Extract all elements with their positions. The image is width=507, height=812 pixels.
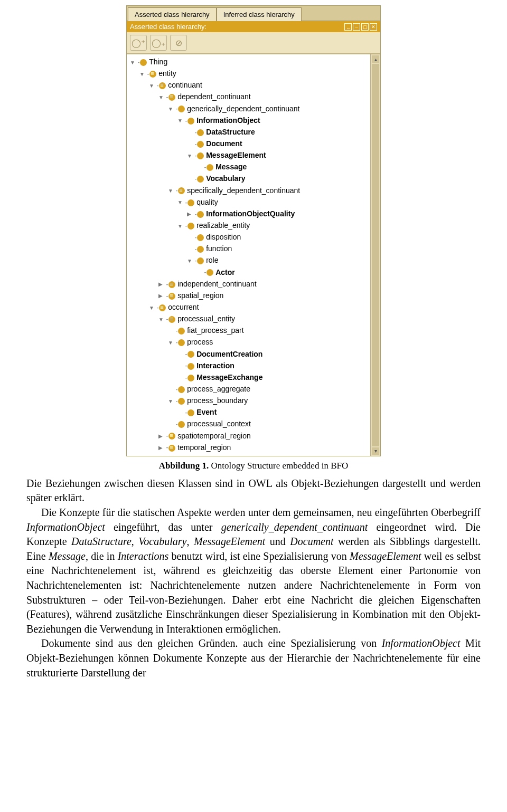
class-icon — [187, 363, 194, 370]
class-icon — [178, 328, 185, 335]
tree-node[interactable]: spatial_region — [177, 291, 223, 300]
figure-caption: Abbildung 1. Ontology Structure embedded… — [26, 461, 481, 471]
class-icon — [178, 106, 185, 112]
chevron-right-icon[interactable]: ▶ — [187, 210, 193, 218]
class-icon — [187, 223, 194, 230]
delete-class-button[interactable]: ⊘ — [170, 35, 187, 51]
paragraph: Dokumente sind aus den gleichen Gründen.… — [26, 636, 481, 680]
chevron-down-icon[interactable]: ▼ — [168, 105, 174, 113]
tree-node[interactable]: Interaction — [196, 361, 234, 370]
chevron-down-icon[interactable]: ▼ — [158, 93, 164, 102]
chevron-down-icon[interactable]: ▼ — [130, 59, 136, 67]
class-icon — [197, 246, 204, 253]
scrollbar[interactable]: ▴ ▾ — [370, 54, 380, 456]
tree-node[interactable]: MessageExchange — [196, 373, 262, 381]
tree-node[interactable]: temporal_region — [177, 443, 231, 452]
tabs-row: Asserted class hierarchy Inferred class … — [127, 6, 380, 21]
chevron-down-icon[interactable]: ▼ — [177, 117, 183, 125]
defined-class-icon — [149, 71, 156, 78]
chevron-right-icon[interactable]: ▶ — [158, 432, 164, 441]
tree-node[interactable]: process_boundary — [187, 397, 248, 405]
tree-node[interactable]: InformationObjectQuality — [206, 209, 295, 218]
tree-node[interactable]: occurrent — [168, 303, 199, 311]
protege-panel: Asserted class hierarchy Inferred class … — [126, 5, 381, 456]
figure-ontology: Asserted class hierarchy Inferred class … — [26, 5, 481, 456]
class-icon — [140, 59, 147, 66]
defined-class-icon — [159, 304, 166, 311]
win-pin-icon[interactable]: ⎵ — [344, 23, 352, 31]
tree-wrap: ▼···Thing ▼···entity ▼···continuant ▼···… — [127, 54, 380, 456]
chevron-right-icon[interactable]: ▶ — [158, 280, 164, 289]
tree-node[interactable]: dependent_continuant — [177, 93, 251, 101]
tree-node[interactable]: quality — [196, 198, 218, 206]
chevron-down-icon[interactable]: ▼ — [187, 257, 193, 265]
tree-node[interactable]: fiat_process_part — [187, 327, 243, 335]
tree-node[interactable]: entity — [158, 70, 176, 78]
chevron-down-icon[interactable]: ▼ — [187, 152, 193, 160]
class-icon — [178, 339, 185, 346]
add-subclass-button[interactable]: ◯⁺ — [130, 35, 147, 51]
scroll-down-icon[interactable]: ▾ — [372, 447, 379, 455]
tree-node[interactable]: Message — [215, 163, 247, 171]
class-icon — [187, 118, 194, 125]
tree-node[interactable]: MessageElement — [206, 151, 266, 160]
win-close-icon[interactable]: ✕ — [370, 23, 377, 31]
defined-class-icon — [168, 281, 175, 288]
tree-node[interactable]: role — [206, 256, 218, 265]
tree-node[interactable]: Vocabulary — [206, 175, 245, 183]
tree-node[interactable]: continuant — [168, 81, 202, 90]
win-max-icon[interactable]: ▢ — [361, 23, 369, 31]
class-icon — [197, 176, 204, 183]
panel-header: Asserted class hierarchy: ⎵ – ▢ ✕ — [127, 21, 380, 32]
tree-node[interactable]: DataStructure — [206, 128, 255, 136]
tree-node[interactable]: processual_context — [187, 420, 251, 428]
add-sibling-button[interactable]: ◯₊ — [150, 35, 167, 51]
chevron-down-icon[interactable]: ▼ — [177, 222, 183, 231]
tree-node[interactable]: realizable_entity — [196, 221, 250, 230]
class-icon — [206, 269, 213, 276]
class-icon — [187, 375, 194, 381]
tree-node[interactable]: InformationObject — [196, 116, 260, 125]
defined-class-icon — [178, 187, 185, 194]
tree-node[interactable]: independent_continuant — [177, 280, 256, 288]
class-icon — [178, 421, 185, 428]
chevron-down-icon[interactable]: ▼ — [158, 316, 164, 324]
chevron-down-icon[interactable]: ▼ — [149, 304, 155, 312]
scroll-up-icon[interactable]: ▴ — [372, 55, 379, 63]
tree-node[interactable]: Document — [206, 140, 242, 148]
tree-node[interactable]: function — [206, 245, 232, 253]
class-icon — [197, 152, 204, 159]
tree-node[interactable]: generically_dependent_continuant — [187, 104, 299, 113]
chevron-down-icon[interactable]: ▼ — [168, 397, 174, 406]
defined-class-icon — [168, 445, 175, 452]
chevron-down-icon[interactable]: ▼ — [177, 198, 183, 207]
tab-inferred[interactable]: Inferred class hierarchy — [217, 7, 302, 21]
chevron-down-icon[interactable]: ▼ — [149, 82, 155, 90]
tree-node[interactable]: Actor — [215, 268, 235, 276]
win-min-icon[interactable]: – — [353, 23, 360, 31]
scroll-thumb[interactable] — [372, 64, 379, 446]
chevron-right-icon[interactable]: ▶ — [158, 292, 164, 300]
body-text: Die Beziehungen zwischen diesen Klassen … — [26, 476, 481, 680]
tab-asserted[interactable]: Asserted class hierarchy — [128, 7, 217, 21]
tree-node[interactable]: Event — [196, 408, 217, 417]
tree-node[interactable]: DocumentCreation — [196, 350, 262, 358]
class-icon — [206, 164, 213, 171]
defined-class-icon — [168, 433, 175, 440]
window-controls: ⎵ – ▢ ✕ — [344, 23, 377, 31]
chevron-right-icon[interactable]: ▶ — [158, 444, 164, 452]
tree-node[interactable]: spatiotemporal_region — [177, 432, 251, 440]
class-tree[interactable]: ▼···Thing ▼···entity ▼···continuant ▼···… — [127, 54, 370, 456]
tree-node[interactable]: disposition — [206, 233, 241, 242]
tree-node[interactable]: processual_entity — [177, 315, 235, 323]
chevron-down-icon[interactable]: ▼ — [168, 339, 174, 347]
chevron-down-icon[interactable]: ▼ — [139, 70, 145, 79]
tree-node[interactable]: Thing — [149, 58, 167, 66]
tree-node[interactable]: specifically_dependent_continuant — [187, 186, 300, 195]
class-icon — [187, 409, 194, 416]
tree-node[interactable]: process — [187, 338, 213, 347]
tree-node[interactable]: process_aggregate — [187, 385, 250, 393]
chevron-down-icon[interactable]: ▼ — [168, 187, 174, 195]
toolbar: ◯⁺ ◯₊ ⊘ — [127, 32, 380, 54]
class-icon — [197, 211, 204, 218]
